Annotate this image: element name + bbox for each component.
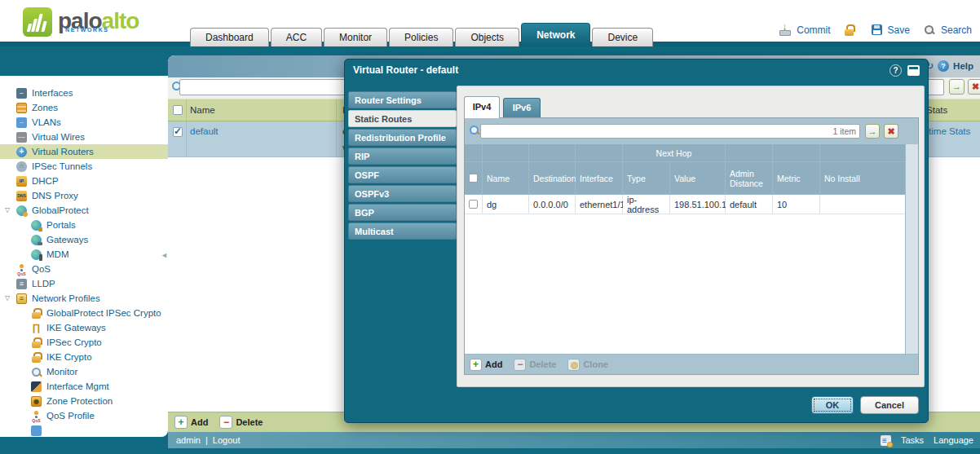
sidebar-item[interactable]: ▽ LLDP — [0, 276, 168, 291]
sidebar-item[interactable]: ▽ Virtual Routers — [0, 144, 168, 159]
expand-triangle-icon[interactable]: ▽ — [5, 206, 10, 214]
logout-link[interactable]: Logout — [213, 435, 241, 445]
tasks-icon[interactable] — [881, 435, 891, 446]
sidebar-collapse-icon[interactable]: ◄ — [161, 251, 168, 259]
sidebar-item-label: IKE Crypto — [46, 352, 92, 362]
paloalto-logo-icon — [23, 7, 52, 37]
help-icon[interactable]: ? — [938, 60, 949, 72]
nav-tab[interactable]: Monitor — [324, 28, 387, 46]
column-header-name[interactable]: Name — [190, 105, 215, 115]
row-checkbox[interactable] — [173, 127, 183, 137]
column-header[interactable]: Type — [623, 162, 670, 195]
add-button[interactable]: + Add — [174, 416, 208, 429]
sidebar-item[interactable]: ▽ MDM — [0, 247, 168, 262]
sidebar-item[interactable]: ▽ Interfaces — [0, 86, 168, 100]
dialog-menu-item[interactable]: Redistribution Profile — [348, 129, 457, 146]
network-profiles-icon — [16, 293, 27, 304]
dialog-menu-item[interactable]: Multicast — [348, 223, 457, 240]
sidebar-item[interactable]: ▽ Gateways — [0, 232, 168, 247]
sidebar-item[interactable]: ▽ — [0, 423, 168, 437]
sidebar-item[interactable]: ▽ IKE Gateways — [0, 320, 168, 335]
tab-ipv4[interactable]: IPv4 — [464, 96, 500, 118]
sidebar-item[interactable]: ▽ Interface Mgmt — [0, 379, 168, 394]
expand-triangle-icon[interactable]: ▽ — [5, 294, 10, 302]
sidebar-item[interactable]: ▽ Portals — [0, 218, 168, 232]
dialog-menu-item[interactable]: Router Settings — [348, 91, 457, 108]
search-button[interactable]: Search — [941, 24, 972, 36]
nav-tab[interactable]: Network — [521, 23, 590, 46]
route-row-checkbox[interactable] — [469, 200, 478, 209]
dialog-add-button[interactable]: + Add — [470, 359, 502, 371]
sidebar-item[interactable]: ▽ IKE Crypto — [0, 350, 168, 364]
select-all-checkbox[interactable] — [173, 105, 183, 115]
column-header[interactable]: Destination — [529, 162, 576, 195]
status-separator: | — [205, 435, 208, 445]
nav-tab[interactable]: Device — [592, 28, 653, 46]
sidebar-item-label: Portals — [46, 220, 76, 230]
sidebar-item[interactable]: ▽ Network Profiles — [0, 291, 168, 306]
dialog-clone-button[interactable]: Clone — [567, 359, 608, 371]
sidebar-item[interactable]: ▽ Zones — [0, 100, 168, 115]
sidebar-item[interactable]: ▽ DNS Proxy — [0, 188, 168, 203]
dialog-minimize-icon[interactable] — [907, 65, 920, 76]
sidebar-item[interactable]: ▽ Monitor — [0, 364, 168, 379]
tasks-link[interactable]: Tasks — [901, 435, 924, 445]
sidebar-item-label: DHCP — [32, 176, 59, 186]
commit-button[interactable]: Commit — [797, 24, 830, 36]
sidebar-item[interactable]: ▽ Zone Protection — [0, 394, 168, 408]
dialog-menu-item[interactable]: OSPFv3 — [348, 185, 457, 202]
dialog-help-icon[interactable]: ? — [890, 64, 902, 77]
save-icon[interactable] — [872, 24, 882, 35]
sidebar-item[interactable]: ▽ DHCP — [0, 174, 168, 188]
lock-icon[interactable] — [845, 24, 854, 36]
ok-button[interactable]: OK — [811, 396, 854, 414]
tab-ipv6[interactable]: IPv6 — [503, 98, 541, 118]
apply-filter-button[interactable]: → — [949, 79, 965, 95]
sidebar-item[interactable]: ▽ IPSec Crypto — [0, 335, 168, 350]
language-link[interactable]: Language — [934, 435, 973, 445]
search-icon[interactable] — [924, 24, 935, 36]
sidebar-item[interactable]: ▽ IPSec Tunnels — [0, 159, 168, 174]
dialog-filter-input[interactable] — [480, 124, 860, 139]
dialog-clear-filter-button[interactable]: ✖ — [884, 124, 898, 139]
nav-tab[interactable]: Dashboard — [190, 28, 269, 46]
clear-filter-button[interactable]: ✖ — [968, 79, 980, 95]
sidebar-item[interactable]: ▽ VLANs — [0, 115, 168, 130]
dialog-table-scrollbar[interactable] — [905, 144, 918, 354]
help-link[interactable]: Help — [953, 61, 973, 71]
sidebar-item[interactable]: ▽ Virtual Wires — [0, 130, 168, 144]
sidebar-item[interactable]: ▽ QoS Profile — [0, 408, 168, 423]
dialog-menu-item[interactable]: RIP — [348, 148, 457, 165]
dialog-menu-item[interactable]: Static Routes — [348, 110, 457, 127]
add-icon: + — [174, 416, 188, 429]
column-header[interactable]: No Install — [820, 162, 906, 195]
column-header[interactable]: Name — [483, 162, 529, 195]
route-nexthop-value: 198.51.100.1 — [670, 195, 726, 214]
sidebar-item[interactable]: ▽ GlobalProtect IPSec Crypto — [0, 306, 168, 320]
dialog-delete-button[interactable]: − Delete — [514, 359, 556, 371]
commit-icon[interactable] — [779, 24, 791, 36]
dialog-menu-item[interactable]: BGP — [348, 204, 457, 221]
nav-tab[interactable]: ACC — [271, 28, 322, 46]
delete-button[interactable]: − Delete — [219, 416, 263, 429]
save-button[interactable]: Save — [888, 24, 910, 36]
router-name-link[interactable]: default — [190, 126, 219, 136]
column-header[interactable]: Value — [670, 162, 726, 195]
dialog-select-all-checkbox[interactable] — [469, 174, 478, 183]
column-header[interactable]: Metric — [773, 162, 820, 195]
dialog-menu-item[interactable]: OSPF — [348, 166, 457, 183]
nav-tab[interactable]: Policies — [389, 28, 453, 46]
column-header[interactable]: Admin Distance — [726, 162, 773, 195]
cancel-button[interactable]: Cancel — [860, 396, 919, 414]
status-bar: admin | Logout Tasks Language — [168, 432, 980, 448]
dhcp-icon — [16, 176, 27, 187]
dialog-menu: Router SettingsStatic RoutesRedistributi… — [348, 91, 457, 241]
nav-tab[interactable]: Objects — [455, 28, 519, 46]
sidebar-item[interactable]: ▽ QoS — [0, 262, 168, 276]
sidebar-item[interactable]: ▽ GlobalProtect — [0, 203, 168, 218]
column-header[interactable]: Interface — [576, 162, 623, 195]
sidebar-item-label: Virtual Routers — [32, 147, 94, 156]
static-route-row[interactable]: dg 0.0.0.0/0 ethernet1/1 ip-address 198.… — [465, 195, 906, 214]
dialog-apply-filter-button[interactable]: → — [865, 124, 880, 139]
route-name: dg — [483, 195, 529, 214]
